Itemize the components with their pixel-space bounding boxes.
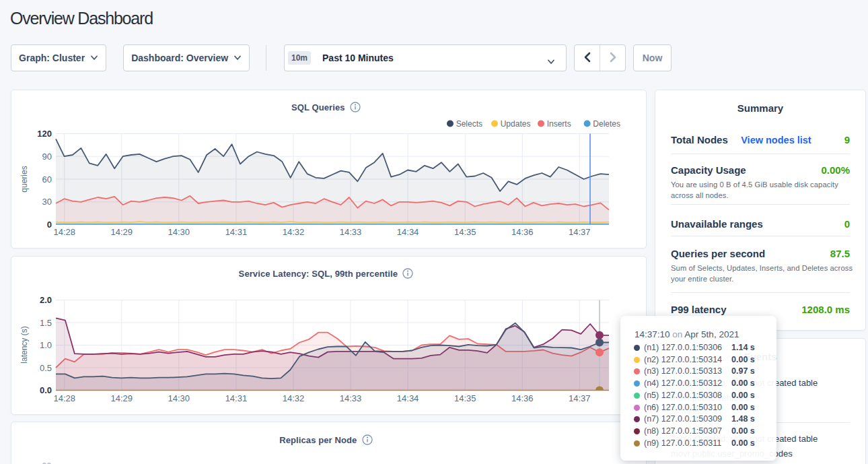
svg-text:14:35: 14:35 (454, 227, 476, 237)
svg-text:120: 120 (37, 129, 52, 139)
svg-text:14:29: 14:29 (111, 393, 133, 403)
svg-text:Selects: Selects (456, 119, 482, 129)
svg-text:1.0: 1.0 (40, 340, 52, 350)
svg-text:14:35: 14:35 (454, 393, 476, 403)
svg-text:0: 0 (47, 220, 52, 230)
svg-text:14:34: 14:34 (397, 227, 419, 237)
svg-text:14:37: 14:37 (569, 227, 591, 237)
svg-text:90: 90 (42, 152, 52, 162)
svg-text:14:28: 14:28 (53, 227, 75, 237)
svg-text:14:30: 14:30 (168, 227, 190, 237)
svg-text:14:33: 14:33 (340, 227, 362, 237)
svg-text:14:33: 14:33 (340, 393, 362, 403)
svg-text:0.0: 0.0 (40, 385, 52, 395)
svg-text:14:28: 14:28 (53, 393, 75, 403)
svg-text:latency (s): latency (s) (20, 326, 29, 363)
svg-text:14:37: 14:37 (569, 393, 591, 403)
svg-text:14:36: 14:36 (511, 227, 534, 237)
svg-text:Deletes: Deletes (593, 119, 620, 129)
svg-text:14:32: 14:32 (283, 227, 305, 237)
svg-text:queries: queries (20, 166, 29, 192)
svg-text:0.5: 0.5 (40, 363, 52, 373)
svg-text:14:32: 14:32 (283, 393, 305, 403)
svg-text:30: 30 (42, 197, 52, 207)
svg-text:14:31: 14:31 (225, 227, 248, 237)
svg-text:14:31: 14:31 (225, 393, 248, 403)
svg-text:60: 60 (42, 174, 52, 185)
svg-text:14:30: 14:30 (168, 393, 190, 403)
svg-text:14:29: 14:29 (111, 227, 133, 237)
svg-text:2.0: 2.0 (40, 295, 52, 305)
svg-text:Inserts: Inserts (547, 119, 571, 129)
svg-text:14:36: 14:36 (511, 393, 534, 403)
svg-text:14:34: 14:34 (397, 393, 419, 403)
svg-text:Updates: Updates (501, 119, 531, 129)
svg-text:1.5: 1.5 (40, 318, 52, 328)
